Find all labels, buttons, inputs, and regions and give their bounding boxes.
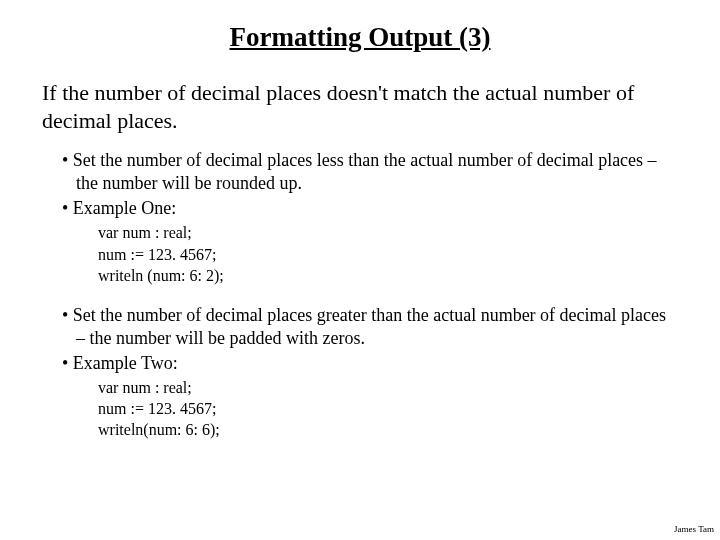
footer-author: James Tam — [674, 524, 714, 534]
intro-text: If the number of decimal places doesn't … — [42, 79, 678, 135]
bullet-example-label-2: Example Two: — [42, 352, 678, 375]
bullet-desc-2: Set the number of decimal places greater… — [42, 304, 678, 350]
bullet-example-label-1: Example One: — [42, 197, 678, 220]
code-block-1: var num : real; num := 123. 4567; writel… — [42, 222, 678, 285]
bullet-desc-1: Set the number of decimal places less th… — [42, 149, 678, 195]
code-block-2: var num : real; num := 123. 4567; writel… — [42, 377, 678, 440]
slide-title: Formatting Output (3) — [42, 22, 678, 53]
slide-content: Formatting Output (3) If the number of d… — [0, 0, 720, 440]
